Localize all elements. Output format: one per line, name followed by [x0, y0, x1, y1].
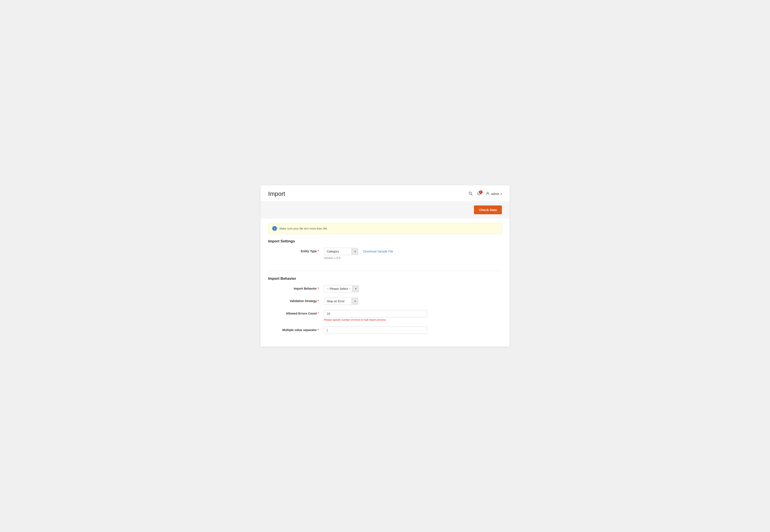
entity-type-select[interactable]: Category Product Customer Order: [324, 248, 358, 255]
multiple-separator-control: [324, 327, 502, 334]
validation-strategy-select[interactable]: Stop on Error Skip on Error: [324, 298, 358, 305]
import-behavior-row: Import Behavior* -- Please Select -- Add…: [268, 285, 502, 292]
import-settings-section: Import Settings Entity Type* Category Pr…: [260, 239, 510, 269]
page-header: Import 1: [260, 185, 510, 201]
validation-strategy-required: *: [318, 299, 319, 303]
info-icon: i: [272, 226, 277, 231]
user-menu-button[interactable]: admin ▾: [486, 191, 502, 197]
version-text: Version 1.0.0: [324, 256, 502, 260]
multiple-separator-input[interactable]: [324, 327, 427, 334]
notifications-button[interactable]: 1: [477, 191, 481, 197]
validation-strategy-label: Validation Strategy*: [268, 298, 324, 303]
download-sample-link[interactable]: Download Sample File: [363, 250, 393, 253]
import-behavior-control: -- Please Select -- Add/Update Replace D…: [324, 285, 502, 292]
search-icon: [468, 191, 473, 197]
allowed-errors-input[interactable]: [324, 310, 427, 317]
entity-type-label: Entity Type*: [268, 248, 324, 253]
entity-type-row: Entity Type* Category Product Customer O…: [268, 248, 502, 260]
user-label: admin: [491, 192, 499, 196]
import-behavior-title: Import Behavior: [268, 277, 502, 281]
import-behavior-select-wrap: -- Please Select -- Add/Update Replace D…: [324, 285, 359, 292]
allowed-errors-label: Allowed Errors Count*: [268, 310, 324, 315]
notification-badge: 1: [479, 190, 483, 194]
import-behavior-required: *: [318, 287, 319, 290]
multiple-separator-row: Multiple value separator*: [268, 327, 502, 334]
user-avatar-icon: [486, 191, 490, 197]
allowed-errors-row: Allowed Errors Count* Please specify num…: [268, 310, 502, 321]
entity-type-select-wrap: Category Product Customer Order ▾: [324, 248, 358, 255]
import-settings-title: Import Settings: [268, 239, 502, 243]
allowed-errors-hint: Please specify number of errors to halt …: [324, 318, 502, 321]
section-divider: [268, 271, 502, 271]
multiple-separator-label: Multiple value separator*: [268, 327, 324, 332]
info-message: Make sure your file isn't more than 3M.: [279, 227, 327, 230]
import-behavior-section: Import Behavior Import Behavior* -- Plea…: [260, 273, 510, 347]
validation-strategy-row: Validation Strategy* Stop on Error Skip …: [268, 298, 502, 305]
entity-type-required: *: [318, 249, 319, 253]
page-title: Import: [268, 190, 285, 197]
user-chevron-icon: ▾: [501, 192, 502, 195]
svg-line-1: [471, 194, 472, 195]
info-banner: i Make sure your file isn't more than 3M…: [268, 223, 502, 234]
allowed-errors-required: *: [318, 312, 319, 315]
entity-type-control: Category Product Customer Order ▾ Downlo…: [324, 248, 502, 260]
upload-bar: Check Data: [260, 201, 510, 219]
search-button[interactable]: [468, 191, 473, 197]
allowed-errors-control: Please specify number of errors to halt …: [324, 310, 502, 321]
check-data-button[interactable]: Check Data: [474, 205, 502, 214]
import-behavior-select[interactable]: -- Please Select -- Add/Update Replace D…: [324, 285, 359, 292]
validation-strategy-select-wrap: Stop on Error Skip on Error ▾: [324, 298, 358, 305]
multiple-separator-required: *: [318, 328, 319, 332]
main-card: Import 1: [260, 185, 510, 347]
import-behavior-label: Import Behavior*: [268, 285, 324, 290]
header-actions: 1 admin ▾: [468, 191, 502, 197]
validation-strategy-control: Stop on Error Skip on Error ▾: [324, 298, 502, 305]
